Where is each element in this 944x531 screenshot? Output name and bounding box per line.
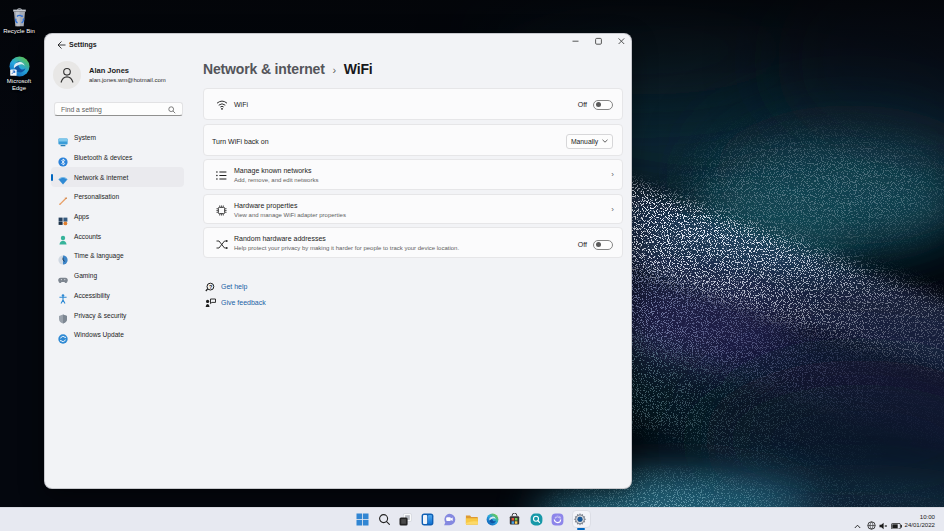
svg-text:?: ? [209,283,212,289]
